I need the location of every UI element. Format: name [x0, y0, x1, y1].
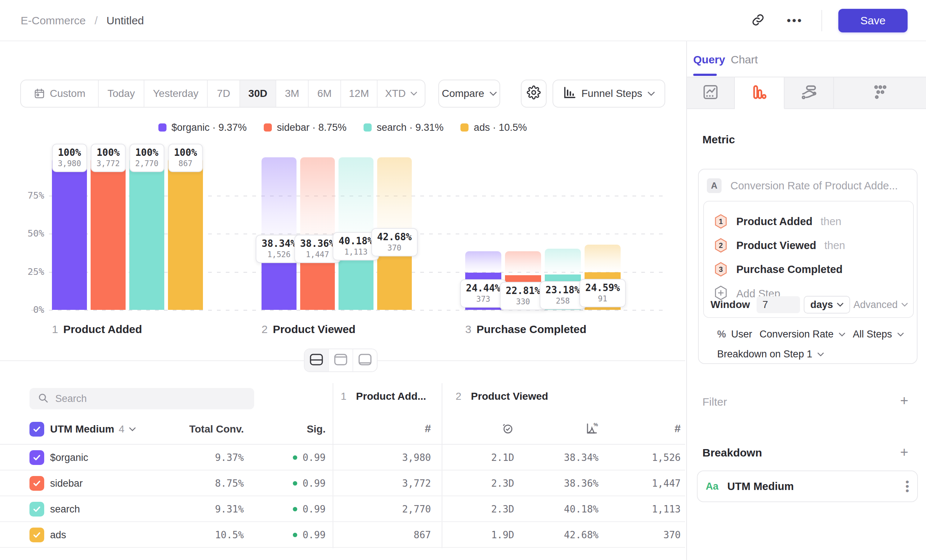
query-step-then: then [824, 239, 845, 252]
check-icon [32, 479, 41, 488]
layout-bottom-icon [358, 353, 372, 367]
bar-value-label: 42.68%370 [371, 228, 418, 256]
metric-header[interactable]: A Conversion Rate of Product Adde... [707, 178, 909, 193]
layout-bottom-button[interactable] [353, 349, 377, 371]
step-name: Product Added [64, 323, 142, 336]
check-icon [32, 531, 41, 539]
conv-rate-dropdown[interactable]: Conversion Rate [760, 328, 834, 340]
add-breakdown-button[interactable]: + [900, 446, 908, 457]
add-filter-button[interactable]: + [900, 395, 908, 406]
bar-ads-step2[interactable]: 42.68%370 [377, 157, 412, 310]
window-value-input[interactable] [757, 296, 800, 313]
bar-search-step1[interactable]: 100%2,770 [129, 157, 164, 310]
chevron-down-icon [897, 332, 904, 337]
table-search [29, 388, 254, 409]
all-steps-dropdown[interactable]: All Steps [853, 328, 892, 340]
layout-top-button[interactable] [329, 349, 353, 371]
row-checkbox[interactable] [29, 450, 44, 465]
bar-count: 867 [174, 159, 197, 169]
save-button[interactable]: Save [838, 9, 908, 32]
breakdown-heading: Breakdown [702, 446, 762, 459]
funnel-step-group-3: 24.44%37322.81%33023.18%25824.59%91 [465, 157, 620, 310]
count-column-icon[interactable]: # [346, 416, 431, 440]
y-axis-tick: 50% [8, 228, 44, 239]
query-step-3[interactable]: 3Purchase Completed [713, 260, 843, 279]
sig-dot-icon [293, 456, 297, 460]
row-step2-count: 370 [604, 522, 681, 548]
bar-search-step3[interactable]: 23.18%258 [545, 157, 581, 310]
count-column-icon[interactable]: # [604, 416, 681, 440]
layout-top-icon [334, 353, 348, 367]
bar-count: 373 [466, 294, 501, 304]
breadcrumb-project[interactable]: E-Commerce [21, 14, 86, 27]
bar-value-label: 24.59%91 [580, 279, 626, 307]
bar-value-label: 100%3,980 [52, 144, 87, 172]
window-unit-dropdown[interactable]: days [804, 296, 850, 313]
step-number: 2 [262, 323, 268, 336]
conv-pct-column-icon[interactable]: % [523, 416, 599, 440]
table-row-sidebar[interactable]: sidebar 8.75% 0.99 3,772 2.3D 38.36% 1,4… [0, 471, 685, 496]
y-axis-tick: 75% [8, 190, 44, 200]
breakdown-on-dropdown[interactable]: Breakdown on Step 1 [717, 348, 812, 360]
bar-count: 2,770 [135, 159, 158, 169]
group-step-number: 2 [455, 390, 461, 402]
table-group-header-2: 2Product Viewed [455, 390, 548, 402]
row-step1-count: 3,980 [346, 445, 431, 471]
breakdown-on-row: Breakdown on Step 1 [717, 348, 824, 360]
metric-badge: A [707, 178, 722, 193]
bar-pct: 100% [97, 146, 120, 159]
chart-type-strip [687, 77, 926, 109]
row-step1-count: 2,770 [346, 496, 431, 522]
sig-dot-icon [293, 533, 297, 537]
row-checkbox[interactable] [29, 476, 44, 491]
avg-time-column-icon[interactable] [442, 416, 514, 440]
row-name: search [50, 496, 80, 522]
layout-split-button[interactable] [305, 349, 329, 371]
share-link-button[interactable] [748, 10, 769, 31]
metric-heading: Metric [702, 133, 735, 146]
main-pane: CustomTodayYesterday7D30D3M6M12MXTD Comp… [0, 41, 686, 560]
bar-ads-step1[interactable]: 100%867 [168, 157, 203, 310]
breakdown-property-card[interactable]: Aa UTM Medium ••• [697, 471, 918, 502]
chart-type-breakdown-tab[interactable] [834, 77, 926, 109]
tab-chart[interactable]: Chart [731, 48, 758, 71]
row-checkbox[interactable] [29, 502, 44, 516]
chevron-down-icon [901, 303, 908, 307]
chart-type-flow-tab[interactable] [785, 77, 834, 109]
bar-search-step2[interactable]: 40.18%1,113 [339, 157, 374, 310]
breadcrumb-title[interactable]: Untitled [106, 14, 144, 27]
row-sig: 0.99 [258, 522, 325, 548]
advanced-toggle[interactable]: Advanced [853, 299, 908, 310]
percent-icon: % [717, 328, 726, 340]
table-row-organic[interactable]: $organic 9.37% 0.99 3,980 2.1D 38.34% 1,… [0, 445, 685, 471]
query-step-2[interactable]: 2Product Viewedthen [713, 236, 845, 255]
row-step2-count: 1,447 [604, 471, 681, 496]
breadcrumb: E-Commerce / Untitled [21, 0, 144, 41]
search-input[interactable] [55, 393, 232, 404]
table-row-ads[interactable]: ads 10.5% 0.99 867 1.9D 42.68% 370 [0, 522, 685, 548]
chart-type-line-tab[interactable] [687, 77, 735, 109]
window-label: Window [711, 299, 750, 310]
bar-sidebar-step3[interactable]: 22.81%330 [505, 157, 541, 310]
row-checkbox[interactable] [29, 528, 44, 542]
bar-sidebar-step2[interactable]: 38.36%1,447 [300, 157, 335, 310]
row-total-conv: 9.37% [169, 445, 244, 471]
table-row-search[interactable]: search 9.31% 0.99 2,770 2.3D 40.18% 1,11… [0, 496, 685, 522]
more-options-button[interactable]: ••• [785, 10, 805, 31]
chevron-down-icon [817, 352, 824, 357]
tab-query[interactable]: Query [693, 48, 725, 71]
funnel-bars-icon [751, 84, 768, 102]
bar-organic-step1[interactable]: 100%3,980 [52, 157, 87, 310]
bar-organic-step3[interactable]: 24.44%373 [465, 157, 501, 310]
row-step2-count: 1,113 [604, 496, 681, 522]
bar-ads-step3[interactable]: 24.59%91 [584, 157, 620, 310]
topbar-divider [822, 10, 822, 31]
kebab-menu-icon[interactable]: ••• [905, 480, 909, 493]
query-step-1[interactable]: 1Product Addedthen [713, 212, 841, 231]
chart-type-funnel-tab[interactable] [735, 77, 785, 109]
bar-organic-step2[interactable]: 38.34%1,526 [262, 157, 297, 310]
y-axis-tick: 0% [8, 304, 44, 315]
gridline [31, 310, 663, 310]
bar-sidebar-step1[interactable]: 100%3,772 [91, 157, 126, 310]
conv-user-label[interactable]: User [731, 328, 752, 340]
